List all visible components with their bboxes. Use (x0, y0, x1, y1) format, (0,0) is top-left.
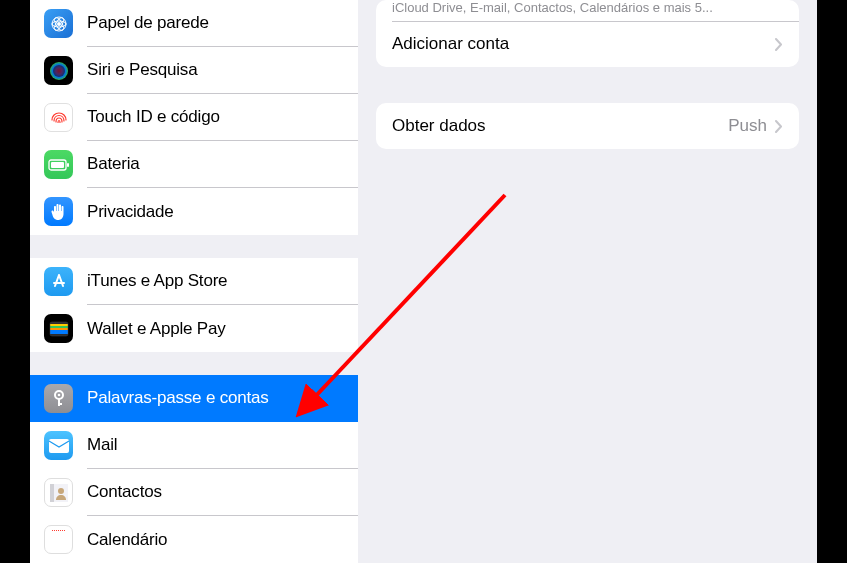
settings-sidebar: Papel de parede Siri e Pesquisa Touch ID… (30, 0, 358, 563)
chevron-right-icon (775, 38, 783, 51)
sidebar-item-label: Calendário (87, 530, 167, 550)
chevron-right-icon (775, 120, 783, 133)
svg-rect-30 (64, 530, 65, 531)
battery-icon (44, 150, 73, 179)
svg-rect-26 (56, 530, 57, 531)
fetch-group: Obter dados Push (376, 103, 799, 149)
add-account-row[interactable]: Adicionar conta (376, 21, 799, 67)
sidebar-item-itunes[interactable]: iTunes e App Store (30, 258, 358, 305)
accounts-group: iCloud Drive, E-mail, Contactos, Calendá… (376, 0, 799, 67)
sidebar-item-privacy[interactable]: Privacidade (30, 188, 358, 235)
contacts-icon (44, 478, 73, 507)
key-icon (44, 384, 73, 413)
svg-point-6 (53, 65, 65, 77)
siri-icon (44, 56, 73, 85)
sidebar-item-label: Palavras-passe e contas (87, 388, 269, 408)
svg-rect-24 (52, 530, 53, 531)
svg-rect-21 (50, 484, 54, 502)
svg-rect-25 (54, 530, 55, 531)
wallpaper-icon (44, 9, 73, 38)
sidebar-item-touchid[interactable]: Touch ID e código (30, 94, 358, 141)
sidebar-item-label: Privacidade (87, 202, 174, 222)
detail-pane: iCloud Drive, E-mail, Contactos, Calendá… (358, 0, 817, 563)
sidebar-item-label: Wallet e Apple Pay (87, 319, 225, 339)
sidebar-item-label: Touch ID e código (87, 107, 220, 127)
svg-point-17 (57, 393, 60, 396)
sidebar-section-store: iTunes e App Store Wallet e Apple Pay (30, 258, 358, 352)
sidebar-item-label: Bateria (87, 154, 139, 174)
get-data-value: Push (728, 116, 767, 136)
sidebar-item-wallpaper[interactable]: Papel de parede (30, 0, 358, 47)
sidebar-item-label: iTunes e App Store (87, 271, 227, 291)
section-divider (30, 235, 358, 258)
svg-rect-14 (50, 330, 68, 334)
svg-rect-27 (58, 530, 59, 531)
sidebar-item-calendar[interactable]: Calendário (30, 516, 358, 563)
sidebar-item-mail[interactable]: Mail (30, 422, 358, 469)
sidebar-item-contacts[interactable]: Contactos (30, 469, 358, 516)
calendar-icon (44, 525, 73, 554)
sidebar-item-battery[interactable]: Bateria (30, 141, 358, 188)
fingerprint-icon (44, 103, 73, 132)
section-divider (30, 352, 358, 375)
hand-icon (44, 197, 73, 226)
svg-point-23 (58, 488, 64, 494)
sidebar-item-label: Mail (87, 435, 117, 455)
mail-icon (44, 431, 73, 460)
appstore-icon (44, 267, 73, 296)
svg-rect-19 (58, 403, 62, 405)
device-screen: Papel de parede Siri e Pesquisa Touch ID… (30, 0, 817, 563)
sidebar-item-passwords[interactable]: Palavras-passe e contas (30, 375, 358, 422)
svg-rect-28 (60, 530, 61, 531)
svg-point-1 (57, 22, 61, 26)
svg-rect-20 (49, 439, 69, 453)
sidebar-item-label: Papel de parede (87, 13, 209, 33)
wallet-icon (44, 314, 73, 343)
svg-rect-29 (62, 530, 63, 531)
add-account-label: Adicionar conta (392, 34, 775, 54)
sidebar-item-siri[interactable]: Siri e Pesquisa (30, 47, 358, 94)
sidebar-section-general: Papel de parede Siri e Pesquisa Touch ID… (30, 0, 358, 235)
sidebar-item-wallet[interactable]: Wallet e Apple Pay (30, 305, 358, 352)
svg-rect-9 (67, 163, 69, 167)
get-data-label: Obter dados (392, 116, 728, 136)
get-data-row[interactable]: Obter dados Push (376, 103, 799, 149)
sidebar-item-label: Contactos (87, 482, 162, 502)
account-row-truncated[interactable]: iCloud Drive, E-mail, Contactos, Calendá… (376, 0, 799, 21)
sidebar-item-label: Siri e Pesquisa (87, 60, 197, 80)
sidebar-section-accounts: Palavras-passe e contas Mail Contactos (30, 375, 358, 563)
account-services-label: iCloud Drive, E-mail, Contactos, Calendá… (392, 0, 713, 15)
svg-rect-8 (51, 162, 64, 168)
